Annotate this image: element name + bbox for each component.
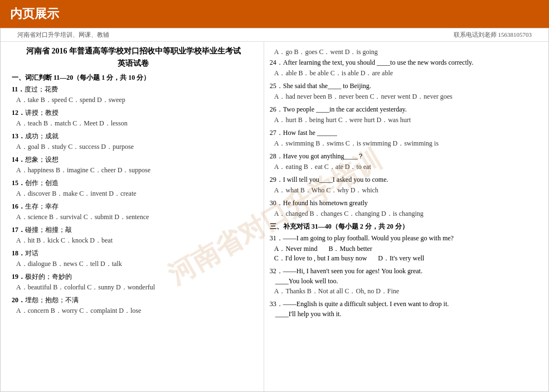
banner-title: 内页展示 — [10, 6, 59, 22]
right-column: A．go B．goes C．went D．is going 24．After l… — [264, 42, 548, 391]
question-13: 13．成功；成就 A．goal B．study C．success D．purp… — [12, 132, 255, 152]
header-bar: 河南省对口升学培训、网课、教辅 联系电话刘老师 15638105703 — [1, 28, 548, 42]
question-25: 25．She said that she____ to Beijing. A．h… — [270, 81, 537, 101]
question-19: 19．极好的；奇妙的 A．beautiful B．colorful C．sunn… — [12, 272, 255, 292]
question-17: 17．碰撞；相撞；敲 A．hit B．kick C．knock D．beat — [12, 225, 255, 245]
header-right: 联系电话刘老师 15638105703 — [454, 31, 532, 39]
header-left: 河南省对口升学培训、网课、教辅 — [17, 31, 109, 39]
exam-title: 河南省 2016 年普通高等学校对口招收中等职业学校毕业生考试 — [12, 46, 255, 56]
left-column: 河南省 2016 年普通高等学校对口招收中等职业学校毕业生考试 英语试卷 一、词… — [1, 42, 264, 391]
question-18: 18．对话 A．dialogue B．news C．tell D．talk — [12, 249, 255, 269]
question-33: 33．——English is quite a difficult subjec… — [270, 299, 537, 318]
question-29: 29．I will tell you____I asked you to com… — [270, 175, 537, 195]
question-24: 24．After learning the text, you should _… — [270, 58, 537, 78]
question-11: 11．度过；花费 A．take B．speed C．spend D．sweep — [12, 85, 255, 105]
question-32: 32．——Hi, I haven't seen you for ages! Yo… — [270, 267, 537, 296]
section1-header: 一、词汇判断 11—20（每小题 1 分，共 10 分） — [12, 73, 255, 83]
question-27: 27．How fast he ______ A．swimming B．swims… — [270, 128, 537, 148]
question-28: 28．Have you got anything____？ A．eating B… — [270, 152, 537, 172]
question-30: 30．He found his hometown greatly A．chang… — [270, 199, 537, 219]
top-banner: 内页展示 — [0, 0, 549, 28]
section3-header: 三、补充对话 31—40（每小题 2 分，共 20 分） — [270, 222, 537, 231]
content-area: 河南省对口升学培训、网课、教辅 联系电话刘老师 15638105703 河南省对… — [0, 28, 549, 392]
question-15: 15．创作；创造 A．discover B．make C．invent D．cr… — [12, 178, 255, 199]
question-20: 20．埋怨；抱怨；不满 A．concern B．worry C．complain… — [12, 296, 255, 316]
question-14: 14．想象；设想 A．happiness B．imagine C．cheer D… — [12, 155, 255, 175]
question-16: 16．生存；幸存 A．science B．survival C．submit D… — [12, 202, 255, 222]
question-31: 31．——I am going to play football. Would … — [270, 234, 537, 263]
question-26: 26．Two people ____in the car accident ye… — [270, 105, 537, 125]
question-12: 12．讲授；教授 A．teach B．match C．Meet D．lesson — [12, 108, 255, 128]
main-content: 河南省对口升学培训 河南省 2016 年普通高等学校对口招收中等职业学校毕业生考… — [1, 42, 548, 391]
exam-subtitle: 英语试卷 — [12, 59, 255, 69]
